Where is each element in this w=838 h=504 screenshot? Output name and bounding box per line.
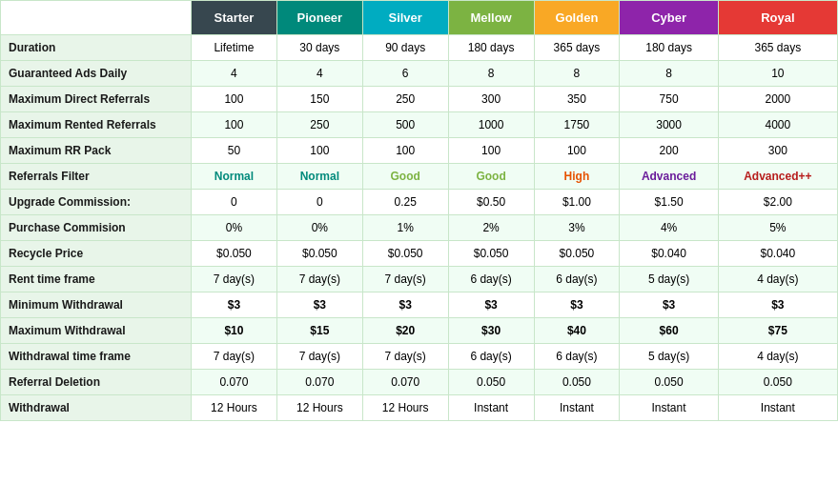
filter-value: Good xyxy=(476,170,505,183)
row-label: Duration xyxy=(1,35,192,61)
cell-3-0: 100 xyxy=(192,112,277,138)
cell-12-6: 4 day(s) xyxy=(718,344,837,370)
cell-8-0: $0.050 xyxy=(192,241,277,267)
cell-9-1: 7 day(s) xyxy=(276,267,362,292)
cell-2-5: 750 xyxy=(620,87,718,112)
cell-4-3: 100 xyxy=(448,138,534,164)
cell-1-4: 8 xyxy=(534,61,620,87)
cell-10-5: $3 xyxy=(620,292,718,318)
table-row: Minimum Withdrawal$3$3$3$3$3$3$3 xyxy=(1,292,838,318)
cell-6-0: 0 xyxy=(192,190,277,215)
cell-2-1: 150 xyxy=(276,87,362,112)
cell-2-0: 100 xyxy=(192,87,277,112)
header-silver: Silver xyxy=(362,1,448,35)
cell-1-6: 10 xyxy=(718,61,837,87)
cell-8-3: $0.050 xyxy=(448,241,534,267)
cell-14-2: 12 Hours xyxy=(362,395,448,421)
cell-1-1: 4 xyxy=(276,61,362,87)
table-row: Maximum RR Pack50100100100100200300 xyxy=(1,138,838,164)
cell-12-0: 7 day(s) xyxy=(192,344,277,370)
cell-6-5: $1.50 xyxy=(620,190,718,215)
row-label: Purchase Commision xyxy=(1,215,192,241)
table-row: Withdrawal12 Hours12 Hours12 HoursInstan… xyxy=(1,395,838,421)
cell-6-1: 0 xyxy=(276,190,362,215)
comparison-table: StarterPioneerSilverMellowGoldenCyberRoy… xyxy=(0,0,838,421)
cell-2-2: 250 xyxy=(362,87,448,112)
table-row: Referrals FilterNormalNormalGoodGoodHigh… xyxy=(1,164,838,190)
cell-10-1: $3 xyxy=(276,292,362,318)
cell-11-1: $15 xyxy=(276,318,362,344)
table-row: Rent time frame7 day(s)7 day(s)7 day(s)6… xyxy=(1,267,838,292)
row-label: Guaranteed Ads Daily xyxy=(1,61,192,87)
cell-14-3: Instant xyxy=(448,395,534,421)
header-royal: Royal xyxy=(718,1,837,35)
cell-6-3: $0.50 xyxy=(448,190,534,215)
cell-1-3: 8 xyxy=(448,61,534,87)
cell-13-4: 0.050 xyxy=(534,370,620,395)
row-label: Referrals Filter xyxy=(1,164,192,190)
cell-3-5: 3000 xyxy=(620,112,718,138)
cell-5-4: High xyxy=(534,164,620,190)
row-label: Rent time frame xyxy=(1,267,192,292)
row-label: Maximum RR Pack xyxy=(1,138,192,164)
cell-3-4: 1750 xyxy=(534,112,620,138)
cell-3-2: 500 xyxy=(362,112,448,138)
cell-12-3: 6 day(s) xyxy=(448,344,534,370)
header-starter: Starter xyxy=(192,1,277,35)
cell-2-3: 300 xyxy=(448,87,534,112)
cell-14-5: Instant xyxy=(620,395,718,421)
cell-7-2: 1% xyxy=(362,215,448,241)
cell-8-1: $0.050 xyxy=(276,241,362,267)
filter-value: Advanced xyxy=(642,170,696,183)
filter-value: High xyxy=(564,170,590,183)
cell-6-4: $1.00 xyxy=(534,190,620,215)
cell-2-4: 350 xyxy=(534,87,620,112)
table-row: Withdrawal time frame7 day(s)7 day(s)7 d… xyxy=(1,344,838,370)
cell-14-6: Instant xyxy=(718,395,837,421)
row-label: Maximum Direct Referrals xyxy=(1,87,192,112)
cell-7-1: 0% xyxy=(276,215,362,241)
cell-14-4: Instant xyxy=(534,395,620,421)
cell-8-4: $0.050 xyxy=(534,241,620,267)
cell-8-5: $0.040 xyxy=(620,241,718,267)
cell-8-6: $0.040 xyxy=(718,241,837,267)
cell-2-6: 2000 xyxy=(718,87,837,112)
cell-5-2: Good xyxy=(362,164,448,190)
cell-9-6: 4 day(s) xyxy=(718,267,837,292)
table-row: Maximum Withdrawal$10$15$20$30$40$60$75 xyxy=(1,318,838,344)
cell-0-5: 180 days xyxy=(620,35,718,61)
cell-5-0: Normal xyxy=(192,164,277,190)
cell-13-5: 0.050 xyxy=(620,370,718,395)
header-pioneer: Pioneer xyxy=(276,1,362,35)
filter-value: Advanced++ xyxy=(744,170,811,183)
cell-5-3: Good xyxy=(448,164,534,190)
cell-10-2: $3 xyxy=(362,292,448,318)
cell-1-2: 6 xyxy=(362,61,448,87)
cell-6-2: 0.25 xyxy=(362,190,448,215)
cell-11-4: $40 xyxy=(534,318,620,344)
cell-4-1: 100 xyxy=(276,138,362,164)
cell-11-2: $20 xyxy=(362,318,448,344)
filter-value: Normal xyxy=(300,170,339,183)
row-label: Withdrawal time frame xyxy=(1,344,192,370)
table-row: Recycle Price$0.050$0.050$0.050$0.050$0.… xyxy=(1,241,838,267)
cell-0-0: Lifetime xyxy=(192,35,277,61)
cell-11-3: $30 xyxy=(448,318,534,344)
cell-7-0: 0% xyxy=(192,215,277,241)
cell-7-4: 3% xyxy=(534,215,620,241)
table-row: Maximum Direct Referrals1001502503003507… xyxy=(1,87,838,112)
header-mellow: Mellow xyxy=(448,1,534,35)
header-cyber: Cyber xyxy=(620,1,718,35)
table-row: Purchase Commision0%0%1%2%3%4%5% xyxy=(1,215,838,241)
cell-10-0: $3 xyxy=(192,292,277,318)
cell-9-2: 7 day(s) xyxy=(362,267,448,292)
header-row: StarterPioneerSilverMellowGoldenCyberRoy… xyxy=(1,1,838,35)
cell-9-0: 7 day(s) xyxy=(192,267,277,292)
cell-4-0: 50 xyxy=(192,138,277,164)
cell-11-6: $75 xyxy=(718,318,837,344)
cell-13-2: 0.070 xyxy=(362,370,448,395)
table-row: Upgrade Commission:000.25$0.50$1.00$1.50… xyxy=(1,190,838,215)
cell-7-3: 2% xyxy=(448,215,534,241)
cell-4-2: 100 xyxy=(362,138,448,164)
table-row: Referral Deletion0.0700.0700.0700.0500.0… xyxy=(1,370,838,395)
